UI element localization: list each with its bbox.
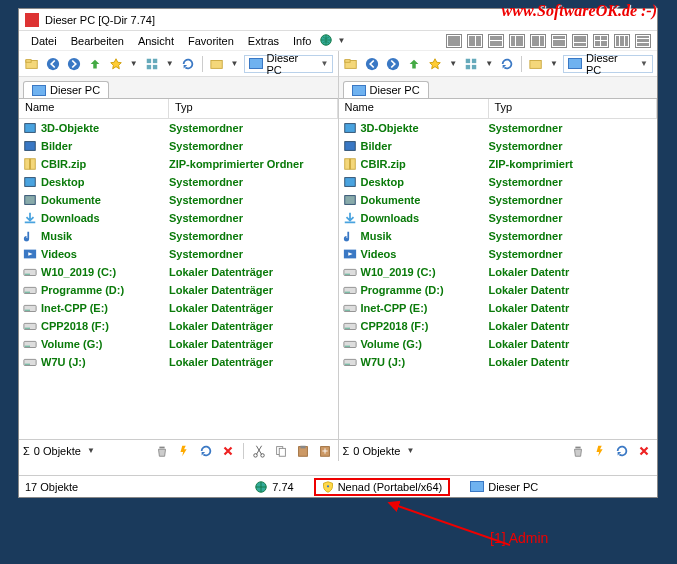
list-item[interactable]: VideosSystemordner [19,245,338,263]
list-item[interactable]: DownloadsSystemordner [339,209,658,227]
refresh-icon[interactable] [498,55,516,73]
list-item[interactable]: 3D-ObjekteSystemordner [19,119,338,137]
explorer-icon[interactable] [208,55,226,73]
list-item[interactable]: MusikSystemordner [339,227,658,245]
list-item[interactable]: MusikSystemordner [19,227,338,245]
list-item[interactable]: Volume (G:)Lokaler Datentr [339,335,658,353]
forward-icon[interactable] [65,55,83,73]
list-item[interactable]: DownloadsSystemordner [19,209,338,227]
new-folder-icon[interactable] [343,55,361,73]
list-item[interactable]: DesktopSystemordner [19,173,338,191]
layout-2h[interactable] [488,34,504,48]
selection-count: 0 Objekte [34,445,81,457]
layout-1x1[interactable] [446,34,462,48]
list-item[interactable]: DesktopSystemordner [339,173,658,191]
copy-path-icon[interactable] [316,442,334,460]
col-name[interactable]: Name [339,99,489,118]
tab-active[interactable]: Dieser PC [23,81,109,98]
paste-icon[interactable] [294,442,312,460]
globe-icon[interactable] [319,33,333,49]
layout-3a[interactable] [509,34,525,48]
admin-indicator[interactable]: Nenad (Portabel/x64) [314,478,451,496]
breadcrumb[interactable]: Dieser PC ▼ [244,55,334,73]
menu-extras[interactable]: Extras [242,33,285,49]
svg-rect-28 [25,346,30,347]
bolt-icon[interactable] [175,442,193,460]
list-item[interactable]: CBIR.zipZIP-komprimiert [339,155,658,173]
list-item[interactable]: Inet-CPP (E:)Lokaler Datenträger [19,299,338,317]
layout-3c[interactable] [551,34,567,48]
breadcrumb[interactable]: Dieser PC ▼ [563,55,653,73]
menu-favorites[interactable]: Favoriten [182,33,240,49]
list-body-left[interactable]: 3D-ObjekteSystemordnerBilderSystemordner… [19,119,338,439]
menu-view[interactable]: Ansicht [132,33,180,49]
forward-icon[interactable] [384,55,402,73]
favorite-icon[interactable] [107,55,125,73]
dropdown-icon[interactable]: ▼ [85,446,97,455]
menu-file[interactable]: Datei [25,33,63,49]
bolt-icon[interactable] [591,442,609,460]
layout-3d[interactable] [572,34,588,48]
list-item[interactable]: W10_2019 (C:)Lokaler Datentr [339,263,658,281]
list-item[interactable]: Inet-CPP (E:)Lokaler Datentr [339,299,658,317]
list-item[interactable]: CBIR.zipZIP-komprimierter Ordner [19,155,338,173]
cut-icon[interactable] [250,442,268,460]
list-item[interactable]: BilderSystemordner [19,137,338,155]
explorer-icon[interactable] [527,55,545,73]
list-item[interactable]: BilderSystemordner [339,137,658,155]
location-text: Dieser PC [488,481,538,493]
list-item[interactable]: VideosSystemordner [339,245,658,263]
list-item[interactable]: CPP2018 (F:)Lokaler Datentr [339,317,658,335]
copy-icon[interactable] [272,442,290,460]
dropdown-icon[interactable]: ▼ [447,59,459,68]
dropdown-icon[interactable]: ▼ [335,36,347,45]
list-item[interactable]: Programme (D:)Lokaler Datenträger [19,281,338,299]
refresh-icon[interactable] [179,55,197,73]
col-name[interactable]: Name [19,99,169,118]
up-icon[interactable] [405,55,423,73]
list-item[interactable]: W7U (J:)Lokaler Datenträger [19,353,338,371]
col-type[interactable]: Typ [489,99,658,118]
list-item[interactable]: W10_2019 (C:)Lokaler Datenträger [19,263,338,281]
recycle-icon[interactable] [153,442,171,460]
dropdown-icon[interactable]: ▼ [229,59,241,68]
list-item[interactable]: Programme (D:)Lokaler Datentr [339,281,658,299]
views-icon[interactable] [143,55,161,73]
list-item[interactable]: CPP2018 (F:)Lokaler Datenträger [19,317,338,335]
list-body-right[interactable]: 3D-ObjekteSystemordnerBilderSystemordner… [339,119,658,439]
list-item[interactable]: Volume (G:)Lokaler Datenträger [19,335,338,353]
list-item[interactable]: W7U (J:)Lokaler Datentr [339,353,658,371]
recycle-icon[interactable] [569,442,587,460]
pane-statusbar: Σ 0 Objekte ▼ [19,439,338,461]
menu-edit[interactable]: Bearbeiten [65,33,130,49]
chevron-down-icon[interactable]: ▼ [640,59,648,68]
menu-info[interactable]: Info [287,33,317,49]
layout-2v[interactable] [467,34,483,48]
delete-icon[interactable] [635,442,653,460]
up-icon[interactable] [86,55,104,73]
favorite-icon[interactable] [426,55,444,73]
col-type[interactable]: Typ [169,99,338,118]
dropdown-icon[interactable]: ▼ [164,59,176,68]
dropdown-icon[interactable]: ▼ [128,59,140,68]
list-item[interactable]: 3D-ObjekteSystemordner [339,119,658,137]
layout-6[interactable] [635,34,651,48]
tab-active[interactable]: Dieser PC [343,81,429,98]
chevron-down-icon[interactable]: ▼ [321,59,329,68]
list-item[interactable]: DokumenteSystemordner [339,191,658,209]
new-folder-icon[interactable] [23,55,41,73]
refresh-icon[interactable] [197,442,215,460]
dropdown-icon[interactable]: ▼ [548,59,560,68]
layout-3b[interactable] [530,34,546,48]
delete-icon[interactable] [219,442,237,460]
refresh-icon[interactable] [613,442,631,460]
back-icon[interactable] [44,55,62,73]
list-item[interactable]: DokumenteSystemordner [19,191,338,209]
dropdown-icon[interactable]: ▼ [483,59,495,68]
tabs: Dieser PC [339,77,658,99]
dropdown-icon[interactable]: ▼ [404,446,416,455]
layout-4[interactable] [593,34,609,48]
back-icon[interactable] [363,55,381,73]
views-icon[interactable] [462,55,480,73]
layout-5[interactable] [614,34,630,48]
